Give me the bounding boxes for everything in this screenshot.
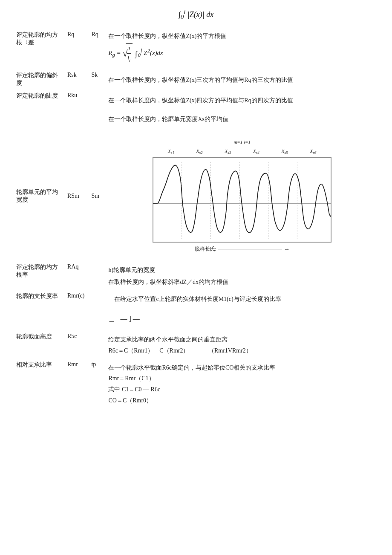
desc-r5c-1: 给定支承比率的两个水平截面之间的垂直距离 bbox=[108, 333, 376, 345]
formula-top-text: ∫0l |Z(x)| dx bbox=[179, 10, 213, 19]
param-desc-xs: 在一个取样长度内，轮廓单元宽度Xs的平均值 bbox=[105, 108, 379, 131]
desc-rku: 在一个取样长度内，纵坐标值Z(x)四次方的平均值与Rq的四次方的比值 bbox=[108, 92, 376, 106]
desc-rmr-rel-2: Rmr＝Rmr（C1） bbox=[108, 373, 376, 384]
param-desc-rq: 在一个取样长度内，纵坐标值Z(x)的平方根值 Rg = √ 1 lr ∫0l Z… bbox=[105, 29, 379, 69]
param-sym1-rsk: Rsk bbox=[64, 69, 88, 90]
table-row-chart: 轮廓单元的平均宽度 RSm Sm m=1 i=1 Xs1 Xs2 bbox=[13, 131, 379, 261]
table-row: 评定轮廓的陡度 Rku 在一个取样长度内，纵坐标值Z(x)四次方的平均值与Rq的… bbox=[13, 90, 379, 108]
param-name-rmr-rel: 相对支承比率 bbox=[13, 358, 64, 408]
table-row: 评定轮廓的偏斜度 Rsk Sk 在一个取样长度内，纵坐标值Z(x)三次方的平均值… bbox=[13, 69, 379, 90]
param-sym2-rq: Rq bbox=[88, 29, 105, 69]
caption-line bbox=[218, 249, 282, 249]
param-name-rsk: 评定轮廓的偏斜度 bbox=[13, 69, 64, 90]
param-sym2-xs bbox=[88, 108, 105, 131]
param-name-rq: 评定轮廓的均方根〈差 bbox=[13, 29, 64, 69]
svg-rect-0 bbox=[153, 158, 331, 242]
param-sym1-rsm: RSm bbox=[64, 131, 88, 261]
desc-raq-main: 在取样长度内，纵坐标斜率dZ／dx的均方根值 bbox=[108, 275, 376, 287]
xlabel-5: Xs5 bbox=[282, 147, 288, 156]
desc-r5c-2: R6c＝C（Rmr1）—C（Rmr2） （Rmr1VRmr2） bbox=[108, 345, 376, 356]
param-desc-rsm: m=1 i=1 Xs1 Xs2 Xs3 Xs4 Xs5 Xs6 bbox=[105, 131, 379, 261]
table-row-deco: ＿ —]— bbox=[13, 307, 379, 330]
deco-line: ＿ —]— bbox=[105, 307, 379, 330]
param-sym1-xs bbox=[64, 108, 88, 131]
xlabel-2: Xs2 bbox=[196, 147, 203, 156]
param-desc-raq: h)轮廓单元的宽度 在取样长度内，纵坐标斜率dZ／dx的均方根值 bbox=[105, 261, 379, 290]
param-desc-rku: 在一个取样长度内，纵坐标值Z(x)四次方的平均值与Rq的四次方的比值 bbox=[105, 90, 379, 108]
param-sym2-rsk: Sk bbox=[88, 69, 105, 90]
param-sym1-r5c: R5c bbox=[64, 330, 88, 358]
table-row: 轮廓的支长度率 Rmr(c) 在给定水平位置c上轮廓的实体材料长度M1(c)与评… bbox=[13, 290, 379, 307]
param-sym1-rmr-rel: Rmr bbox=[64, 358, 88, 408]
caption-text: 脱样长氏: bbox=[195, 245, 216, 253]
param-desc-rmrc: 在给定水平位置c上轮廓的实体材料长度M1(c)与评定长度的比率 bbox=[105, 290, 379, 307]
desc-unit-width: h)轮廓单元的宽度 bbox=[108, 263, 376, 275]
param-name-xs bbox=[13, 108, 64, 131]
param-sym2-r5c bbox=[88, 330, 105, 358]
param-name-rsm: 轮廓单元的平均宽度 bbox=[13, 131, 64, 261]
formula-top: ∫0l |Z(x)| dx bbox=[13, 9, 379, 21]
desc-rmr-rel-1: 在一个轮廓水平截面R6c确定的，与起始零位CO相关的支承比率 bbox=[108, 361, 376, 373]
formula-rq: Rg = √ 1 lr ∫0l Z2(x)dx bbox=[108, 43, 376, 64]
desc-rmrc: 在给定水平位置c上轮廓的实体材料长度M1(c)与评定长度的比率 bbox=[108, 292, 376, 304]
table-row: 在一个取样长度内，轮廓单元宽度Xs的平均值 bbox=[13, 108, 379, 131]
wave-svg bbox=[153, 158, 331, 242]
wave-chart bbox=[153, 157, 331, 243]
page-content: ∫0l |Z(x)| dx 评定轮廓的均方根〈差 Rq Rq 在一个取样长度内，… bbox=[13, 9, 379, 408]
xlabel-6: Xs6 bbox=[310, 147, 316, 156]
chart-top-label: m=1 i=1 bbox=[153, 138, 331, 146]
wave-chart-container: m=1 i=1 Xs1 Xs2 Xs3 Xs4 Xs5 Xs6 bbox=[153, 138, 331, 254]
desc-line1: 在一个取样长度内，纵坐标值Z(x)的平方根值 bbox=[108, 31, 376, 41]
param-sym2-rku bbox=[88, 90, 105, 108]
table-row: 相对支承比率 Rmr tp 在一个轮廓水平截面R6c确定的，与起始零位CO相关的… bbox=[13, 358, 379, 408]
caption-arrow: → bbox=[284, 244, 290, 254]
param-name-r5c: 轮廓截面高度 bbox=[13, 330, 64, 358]
desc-rmr-rel-4: CO＝C（Rmr0） bbox=[108, 395, 376, 406]
param-sym2-rsm: Sm bbox=[88, 131, 105, 261]
param-name-raq: 评定轮廓的均方根率 bbox=[13, 261, 64, 290]
param-sym1-rku: Rku bbox=[64, 90, 88, 108]
param-sym1-raq: RAq bbox=[64, 261, 88, 290]
table-row: 评定轮廓的均方根〈差 Rq Rq 在一个取样长度内，纵坐标值Z(x)的平方根值 … bbox=[13, 29, 379, 69]
table-row: 评定轮廓的均方根率 RAq h)轮廓单元的宽度 在取样长度内，纵坐标斜率dZ／d… bbox=[13, 261, 379, 290]
param-sym1-rq: Rq bbox=[64, 29, 88, 69]
xlabel-1: Xs1 bbox=[168, 147, 174, 156]
desc-rsk: 在一个取样长度内，纵坐标值Z(x)三次方的平均值与Rq的三次方的比值 bbox=[108, 72, 376, 85]
param-name-rmrc: 轮廓的支长度率 bbox=[13, 290, 64, 307]
desc-xs: 在一个取样长度内，轮廓单元宽度Xs的平均值 bbox=[108, 111, 376, 129]
param-desc-rmr-rel: 在一个轮廓水平截面R6c确定的，与起始零位CO相关的支承比率 Rmr＝Rmr（C… bbox=[105, 358, 379, 408]
param-sym1-rmrc: Rmr(c) bbox=[64, 290, 88, 307]
chart-x-labels: Xs1 Xs2 Xs3 Xs4 Xs5 Xs6 bbox=[153, 147, 331, 156]
param-name-rku: 评定轮廓的陡度 bbox=[13, 90, 64, 108]
chart-caption: 脱样长氏: → bbox=[153, 244, 331, 254]
param-sym2-rmr-rel: tp bbox=[88, 358, 105, 408]
desc-rmr-rel-3: 式中 C1＝C0 — R6c bbox=[108, 384, 376, 395]
param-sym2-rmrc bbox=[88, 290, 105, 307]
param-table: 评定轮廓的均方根〈差 Rq Rq 在一个取样长度内，纵坐标值Z(x)的平方根值 … bbox=[13, 29, 379, 408]
param-desc-rsk: 在一个取样长度内，纵坐标值Z(x)三次方的平均值与Rq的三次方的比值 bbox=[105, 69, 379, 90]
param-desc-r5c: 给定支承比率的两个水平截面之间的垂直距离 R6c＝C（Rmr1）—C（Rmr2）… bbox=[105, 330, 379, 358]
table-row: 轮廓截面高度 R5c 给定支承比率的两个水平截面之间的垂直距离 R6c＝C（Rm… bbox=[13, 330, 379, 358]
xlabel-4: Xs4 bbox=[253, 147, 259, 156]
xlabel-3: Xs3 bbox=[225, 147, 231, 156]
param-sym2-raq bbox=[88, 261, 105, 290]
